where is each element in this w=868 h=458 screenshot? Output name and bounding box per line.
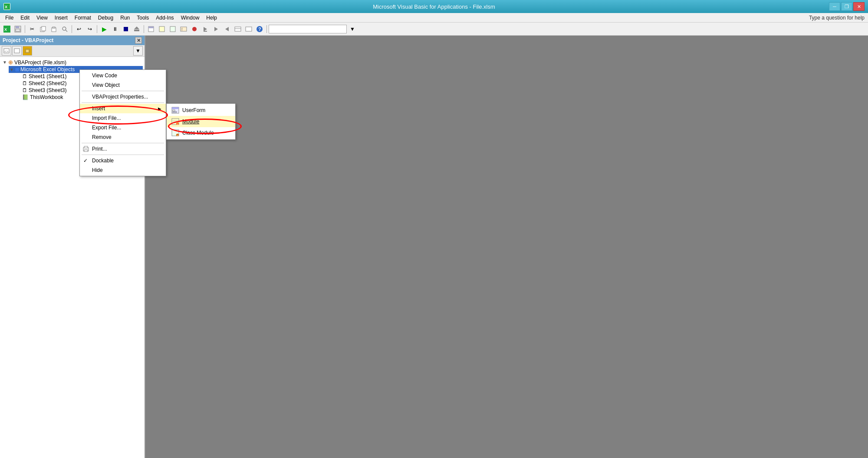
print-icon	[82, 145, 90, 153]
menu-insert[interactable]: Insert	[51, 14, 71, 22]
svg-text:X: X	[5, 5, 7, 9]
tb-copy[interactable]	[38, 24, 48, 34]
svg-rect-40	[84, 150, 88, 152]
ctx-print[interactable]: Print...	[80, 144, 166, 154]
svg-rect-34	[14, 49, 20, 53]
tb-excel-icon[interactable]: X	[2, 24, 12, 34]
menu-view[interactable]: View	[33, 14, 51, 22]
tb-run[interactable]: ▶	[99, 24, 109, 34]
svg-rect-5	[16, 26, 19, 28]
ctx-insert[interactable]: Insert ▶	[80, 104, 166, 113]
proj-view-obj[interactable]	[12, 46, 22, 56]
toolbar-separator-3	[97, 25, 97, 33]
menu-format[interactable]: Format	[71, 14, 95, 22]
ctx-hide-label: Hide	[92, 167, 103, 173]
tb-cut[interactable]: ✂	[27, 24, 37, 34]
tb-stepinto[interactable]	[200, 24, 210, 34]
sub-module-label: Module	[182, 119, 199, 125]
sub-class-module[interactable]: ⚙ Class Module	[167, 127, 235, 138]
ctx-dockable[interactable]: ✓ Dockable	[80, 156, 166, 165]
ctx-export-file-label: Export File...	[92, 125, 121, 131]
ctx-sep-3	[82, 143, 164, 143]
project-toolbar: <> ▼	[0, 45, 145, 57]
tb-help[interactable]: ?	[254, 24, 265, 34]
tb-class[interactable]	[168, 24, 178, 34]
tb-immediate[interactable]	[243, 24, 254, 34]
sub-module[interactable]: ⚙ Module	[167, 116, 235, 127]
restore-button[interactable]: ❐	[841, 2, 852, 11]
excel-objects-icon: ⊞	[15, 67, 19, 72]
toolbar-combo[interactable]	[269, 25, 347, 33]
menu-file[interactable]: File	[2, 14, 17, 22]
tb-procedure[interactable]: f	[178, 24, 189, 34]
tree-sheet1-label: Sheet1 (Sheet1)	[29, 73, 66, 79]
svg-marker-25	[214, 27, 218, 31]
tb-find[interactable]	[59, 24, 70, 34]
tb-combo-scroll[interactable]: ▼	[347, 24, 358, 34]
sub-userform[interactable]: UserForm	[167, 105, 235, 116]
proj-toggle[interactable]	[23, 46, 32, 56]
tb-stepover[interactable]	[211, 24, 221, 34]
svg-marker-26	[225, 27, 229, 31]
menu-tools[interactable]: Tools	[133, 14, 152, 22]
ctx-hide[interactable]: Hide	[80, 165, 166, 175]
tb-locals[interactable]	[233, 24, 243, 34]
svg-rect-6	[16, 29, 20, 31]
tb-stop[interactable]	[121, 24, 131, 34]
svg-text:?: ?	[258, 26, 261, 32]
expand-icon-objects: ▼	[10, 67, 14, 72]
svg-rect-13	[124, 27, 128, 31]
app-icon-area: X	[3, 3, 10, 10]
ctx-view-object[interactable]: View Object	[80, 80, 166, 90]
leaf-spacer-2	[16, 81, 21, 86]
tb-undo[interactable]: ↩	[74, 24, 84, 34]
tree-root-label: VBAProject (File.xlsm)	[14, 59, 66, 66]
tb-design[interactable]	[132, 24, 142, 34]
svg-marker-23	[204, 27, 207, 31]
tb-stepout[interactable]	[222, 24, 232, 34]
menu-debug[interactable]: Debug	[95, 14, 117, 22]
svg-marker-15	[134, 26, 139, 29]
menu-edit[interactable]: Edit	[17, 14, 33, 22]
menu-run[interactable]: Run	[117, 14, 133, 22]
help-search-text[interactable]: Type a question for help	[809, 15, 865, 21]
ctx-remove[interactable]: Remove	[80, 132, 166, 142]
tb-redo[interactable]: ↪	[85, 24, 95, 34]
proj-scroll-arrow[interactable]: ▼	[133, 46, 143, 56]
menu-bar: File Edit View Insert Format Debug Run T…	[0, 13, 868, 23]
minimize-button[interactable]: ─	[829, 2, 840, 11]
workbook-icon: 📗	[22, 94, 29, 100]
menu-addins[interactable]: Add-Ins	[152, 14, 177, 22]
sub-userform-label: UserForm	[182, 107, 205, 113]
svg-text:<>: <>	[4, 49, 9, 53]
project-title-bar: Project - VBAProject ✕	[0, 36, 145, 45]
toolbar: X ✂ ↩ ↪ ▶ ⏸ f	[0, 23, 868, 36]
toolbar-separator-2	[72, 25, 72, 33]
ctx-vbaproject-props[interactable]: VBAProject Properties...	[80, 92, 166, 102]
tb-pause[interactable]: ⏸	[110, 24, 120, 34]
tb-paste[interactable]	[49, 24, 59, 34]
sheet3-icon: 🗒	[22, 87, 27, 93]
app-icon: X	[3, 3, 10, 10]
tb-userform[interactable]	[146, 24, 156, 34]
tb-save-btn[interactable]	[13, 24, 23, 34]
tree-node-root[interactable]: ▼ ⊕ VBAProject (File.xlsm)	[2, 59, 143, 66]
svg-rect-19	[170, 26, 175, 32]
ctx-import-file[interactable]: Import File...	[80, 113, 166, 123]
submenu: UserForm ⚙ Module ⚙ Class Module	[166, 103, 236, 140]
svg-rect-42	[172, 107, 179, 109]
ctx-view-code[interactable]: View Code	[80, 71, 166, 80]
tb-module[interactable]	[157, 24, 167, 34]
menu-window[interactable]: Window	[178, 14, 203, 22]
project-close-button[interactable]: ✕	[135, 37, 142, 44]
svg-point-11	[62, 27, 66, 30]
ctx-export-file[interactable]: Export File...	[80, 123, 166, 132]
menu-help[interactable]: Help	[203, 14, 220, 22]
ctx-view-object-label: View Object	[92, 82, 120, 88]
proj-view-code[interactable]: <>	[2, 46, 11, 56]
close-button[interactable]: ✕	[853, 2, 865, 11]
svg-rect-39	[84, 146, 88, 148]
tb-breakpoint[interactable]	[189, 24, 200, 34]
ctx-insert-label: Insert	[92, 105, 105, 112]
svg-text:X: X	[4, 27, 7, 32]
